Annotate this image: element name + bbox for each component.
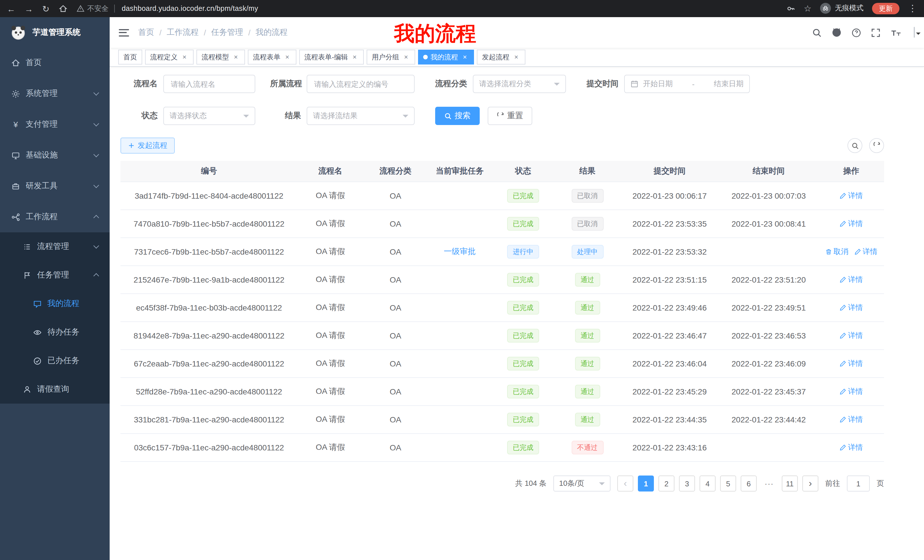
breadcrumb-link[interactable]: 任务管理: [211, 27, 243, 38]
reset-button[interactable]: 重置: [488, 107, 532, 125]
search-button[interactable]: 搜索: [435, 107, 480, 125]
page-number-button[interactable]: 3: [679, 476, 695, 491]
page-size-select[interactable]: 10条/页: [554, 476, 610, 491]
close-icon[interactable]: [461, 53, 469, 61]
process-definition-label: 所属流程: [270, 79, 307, 89]
browser-actions: 无痕模式 更新: [786, 3, 917, 15]
result-select[interactable]: 请选择流结果: [307, 107, 415, 125]
help-icon[interactable]: [852, 28, 861, 37]
close-icon[interactable]: [180, 53, 189, 61]
hamburger-icon[interactable]: [119, 29, 129, 36]
breadcrumb-item[interactable]: 首页 /: [138, 27, 162, 38]
prev-page-button[interactable]: [617, 476, 633, 491]
close-icon[interactable]: [232, 53, 240, 61]
process-name-input[interactable]: [164, 75, 255, 93]
user-avatar[interactable]: [914, 27, 915, 38]
page-number-button[interactable]: 11: [782, 476, 798, 491]
search-icon[interactable]: [812, 28, 822, 37]
view-tab[interactable]: 流程定义: [145, 49, 194, 64]
close-icon[interactable]: [283, 53, 291, 61]
toggle-search-button[interactable]: [848, 138, 862, 153]
end-date-placeholder[interactable]: 结束日期: [714, 79, 744, 89]
detail-link[interactable]: 详情: [840, 442, 863, 453]
sidebar-item-workflow[interactable]: 工作流程: [0, 202, 110, 232]
process-definition-input[interactable]: [307, 75, 415, 93]
github-icon[interactable]: [831, 27, 842, 38]
current-task-link[interactable]: 一级审批: [444, 247, 476, 256]
sidebar-item-payment[interactable]: ¥ 支付管理: [0, 109, 110, 140]
detail-label: 详情: [848, 331, 863, 341]
url-text[interactable]: dashboard.yudao.iocoder.cn/bpm/task/my: [114, 4, 258, 13]
close-icon[interactable]: [351, 53, 358, 61]
sidebar-item-devtools[interactable]: 研发工具: [0, 171, 110, 202]
update-button[interactable]: 更新: [872, 3, 900, 15]
reload-icon[interactable]: [42, 4, 50, 13]
font-size-icon[interactable]: [890, 28, 902, 37]
start-date-placeholder[interactable]: 开始日期: [643, 79, 673, 89]
view-tab[interactable]: 用户分组: [367, 49, 415, 64]
view-tab[interactable]: 流程表单-编辑: [299, 49, 364, 64]
sidebar-item-todo-tasks[interactable]: 待办任务: [0, 318, 110, 346]
bookmark-star-icon[interactable]: [804, 4, 812, 13]
detail-link[interactable]: 详情: [840, 219, 863, 229]
sidebar-item-leave-query[interactable]: 请假查询: [0, 375, 110, 404]
cell-end-time: 2022-01-22 23:51:20: [719, 266, 818, 294]
page-number-button[interactable]: ···: [761, 476, 777, 491]
password-key-icon[interactable]: [786, 4, 795, 13]
detail-link[interactable]: 详情: [840, 358, 863, 369]
view-tab[interactable]: 流程模型: [196, 49, 245, 64]
detail-link[interactable]: 详情: [840, 275, 863, 285]
home-icon[interactable]: [58, 4, 67, 13]
menu-dots-icon[interactable]: [908, 4, 917, 13]
filter-submit-time: 提交时间 开始日期 - 结束日期: [581, 75, 750, 93]
next-page-button[interactable]: [802, 476, 818, 491]
page-number-button[interactable]: 5: [720, 476, 736, 491]
create-process-button[interactable]: 发起流程: [120, 138, 175, 154]
status-select[interactable]: 请选择状态: [164, 107, 255, 125]
breadcrumb-item[interactable]: 任务管理 /: [211, 27, 251, 38]
address-bar[interactable]: 不安全 dashboard.yudao.iocoder.cn/bpm/task/…: [76, 4, 777, 13]
category-select[interactable]: 请选择流程分类: [473, 75, 566, 93]
view-tab[interactable]: 我的流程: [418, 49, 474, 64]
sidebar-item-my-process[interactable]: 我的流程: [0, 289, 110, 318]
fullscreen-icon[interactable]: [871, 28, 880, 37]
refresh-table-button[interactable]: [869, 138, 884, 153]
breadcrumb-link[interactable]: 我的流程: [255, 27, 288, 38]
breadcrumb-item[interactable]: 工作流程 /: [167, 27, 206, 38]
detail-link[interactable]: 详情: [840, 302, 863, 313]
table-row: 2152467e-7b9b-11ec-9a1b-acde48001122 OA …: [120, 266, 884, 294]
sidebar-item-home[interactable]: 首页: [0, 47, 110, 78]
security-warning[interactable]: 不安全: [76, 4, 108, 13]
page-number-button[interactable]: 2: [658, 476, 675, 491]
page-number-button[interactable]: 4: [700, 476, 716, 491]
close-icon[interactable]: [512, 53, 520, 61]
breadcrumb-link[interactable]: 首页: [138, 27, 154, 38]
sidebar-item-infrastructure[interactable]: 基础设施: [0, 140, 110, 171]
view-tab[interactable]: 首页: [118, 49, 142, 64]
view-tab[interactable]: 流程表单: [248, 49, 296, 64]
date-range-picker[interactable]: 开始日期 - 结束日期: [624, 75, 750, 93]
forward-icon[interactable]: [24, 4, 33, 13]
detail-label: 详情: [848, 302, 863, 313]
sidebar-item-task-management[interactable]: 任务管理: [0, 261, 110, 289]
cell-actions: 详情: [818, 322, 884, 350]
cell-actions: 详情: [818, 377, 884, 406]
sidebar-item-process-management[interactable]: 流程管理: [0, 232, 110, 261]
sidebar-item-done-tasks[interactable]: 已办任务: [0, 346, 110, 375]
sidebar-item-system[interactable]: 系统管理: [0, 78, 110, 109]
detail-link[interactable]: 详情: [840, 386, 863, 397]
goto-page-input[interactable]: [847, 476, 870, 491]
close-icon[interactable]: [402, 53, 410, 61]
cancel-link[interactable]: 取消: [825, 247, 848, 257]
breadcrumb-item[interactable]: 我的流程: [255, 27, 288, 38]
detail-label: 详情: [848, 219, 863, 229]
view-tab[interactable]: 发起流程: [477, 49, 525, 64]
page-number-button[interactable]: 1: [638, 476, 654, 491]
back-icon[interactable]: [7, 4, 15, 13]
detail-link[interactable]: 详情: [840, 331, 863, 341]
breadcrumb-link[interactable]: 工作流程: [167, 27, 199, 38]
detail-link[interactable]: 详情: [840, 415, 863, 425]
detail-link[interactable]: 详情: [854, 247, 878, 257]
page-number-button[interactable]: 6: [741, 476, 757, 491]
detail-link[interactable]: 详情: [840, 191, 863, 201]
